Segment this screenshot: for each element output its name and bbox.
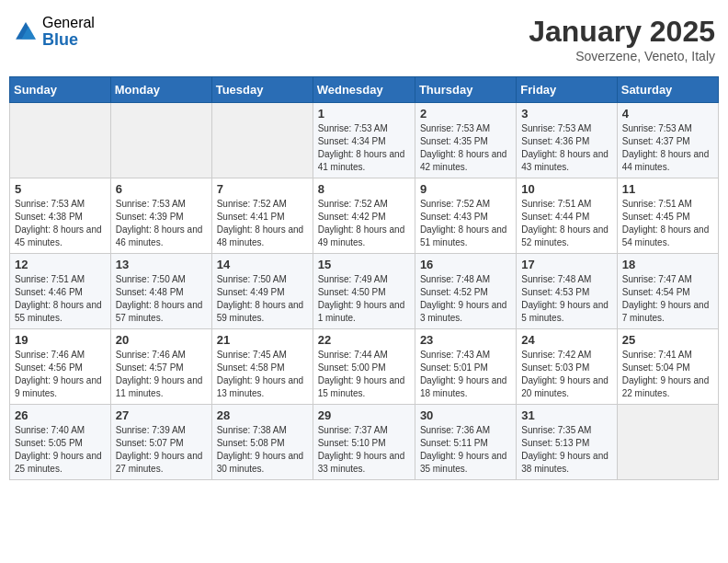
day-info: Sunrise: 7:36 AM Sunset: 5:11 PM Dayligh… <box>420 424 511 476</box>
weekday-header: Monday <box>110 77 211 103</box>
weekday-header: Saturday <box>617 77 718 103</box>
logo-text: General Blue <box>42 15 95 49</box>
day-info: Sunrise: 7:43 AM Sunset: 5:01 PM Dayligh… <box>420 349 511 400</box>
day-info: Sunrise: 7:53 AM Sunset: 4:38 PM Dayligh… <box>15 198 106 249</box>
day-info: Sunrise: 7:48 AM Sunset: 4:53 PM Dayligh… <box>521 273 611 325</box>
day-info: Sunrise: 7:53 AM Sunset: 4:39 PM Dayligh… <box>116 198 207 249</box>
day-number: 10 <box>521 182 611 196</box>
calendar-week-row: 12Sunrise: 7:51 AM Sunset: 4:46 PM Dayli… <box>10 254 719 329</box>
logo: General Blue <box>13 15 95 49</box>
day-number: 13 <box>116 258 207 271</box>
day-info: Sunrise: 7:45 AM Sunset: 4:58 PM Dayligh… <box>217 349 308 400</box>
day-number: 31 <box>521 408 611 422</box>
day-info: Sunrise: 7:53 AM Sunset: 4:37 PM Dayligh… <box>622 122 713 174</box>
calendar-cell: 21Sunrise: 7:45 AM Sunset: 4:58 PM Dayli… <box>211 329 313 405</box>
calendar-cell: 20Sunrise: 7:46 AM Sunset: 4:57 PM Dayli… <box>110 329 211 405</box>
calendar-cell: 24Sunrise: 7:42 AM Sunset: 5:03 PM Dayli… <box>517 329 617 405</box>
day-info: Sunrise: 7:47 AM Sunset: 4:54 PM Dayligh… <box>622 273 713 325</box>
title-section: January 2025 Soverzene, Veneto, Italy <box>529 15 715 63</box>
day-number: 25 <box>622 333 713 347</box>
calendar-cell: 29Sunrise: 7:37 AM Sunset: 5:10 PM Dayli… <box>313 405 415 480</box>
calendar-cell: 9Sunrise: 7:52 AM Sunset: 4:43 PM Daylig… <box>415 178 516 254</box>
logo-icon <box>13 19 39 45</box>
day-number: 28 <box>217 408 308 422</box>
day-number: 26 <box>15 408 106 422</box>
calendar-cell: 12Sunrise: 7:51 AM Sunset: 4:46 PM Dayli… <box>10 254 111 329</box>
calendar-cell: 11Sunrise: 7:51 AM Sunset: 4:45 PM Dayli… <box>617 178 718 254</box>
calendar-cell <box>211 103 313 178</box>
weekday-header: Tuesday <box>211 77 313 103</box>
day-number: 9 <box>420 182 511 196</box>
calendar-week-row: 19Sunrise: 7:46 AM Sunset: 4:56 PM Dayli… <box>10 329 719 405</box>
calendar-week-row: 5Sunrise: 7:53 AM Sunset: 4:38 PM Daylig… <box>10 178 719 254</box>
calendar-cell: 18Sunrise: 7:47 AM Sunset: 4:54 PM Dayli… <box>617 254 718 329</box>
day-number: 12 <box>15 258 106 271</box>
calendar-cell: 30Sunrise: 7:36 AM Sunset: 5:11 PM Dayli… <box>415 405 516 480</box>
day-number: 24 <box>521 333 611 347</box>
month-title: January 2025 <box>529 15 715 49</box>
day-number: 18 <box>622 258 713 271</box>
calendar-cell: 10Sunrise: 7:51 AM Sunset: 4:44 PM Dayli… <box>517 178 617 254</box>
day-number: 22 <box>318 333 410 347</box>
calendar-cell: 5Sunrise: 7:53 AM Sunset: 4:38 PM Daylig… <box>10 178 111 254</box>
day-number: 19 <box>15 333 106 347</box>
day-info: Sunrise: 7:52 AM Sunset: 4:43 PM Dayligh… <box>420 198 511 249</box>
day-info: Sunrise: 7:35 AM Sunset: 5:13 PM Dayligh… <box>521 424 611 476</box>
day-info: Sunrise: 7:48 AM Sunset: 4:52 PM Dayligh… <box>420 273 511 325</box>
day-number: 6 <box>116 182 207 196</box>
day-info: Sunrise: 7:37 AM Sunset: 5:10 PM Dayligh… <box>318 424 410 476</box>
calendar-cell: 13Sunrise: 7:50 AM Sunset: 4:48 PM Dayli… <box>110 254 211 329</box>
day-info: Sunrise: 7:51 AM Sunset: 4:44 PM Dayligh… <box>521 198 611 249</box>
calendar-cell: 28Sunrise: 7:38 AM Sunset: 5:08 PM Dayli… <box>211 405 313 480</box>
day-number: 5 <box>15 182 106 196</box>
weekday-header: Thursday <box>415 77 516 103</box>
calendar-cell: 23Sunrise: 7:43 AM Sunset: 5:01 PM Dayli… <box>415 329 516 405</box>
day-info: Sunrise: 7:44 AM Sunset: 5:00 PM Dayligh… <box>318 349 410 400</box>
day-number: 2 <box>420 107 511 121</box>
day-number: 3 <box>521 107 611 121</box>
calendar-cell: 15Sunrise: 7:49 AM Sunset: 4:50 PM Dayli… <box>313 254 415 329</box>
day-number: 11 <box>622 182 713 196</box>
logo-general: General <box>42 15 95 31</box>
calendar-week-row: 1Sunrise: 7:53 AM Sunset: 4:34 PM Daylig… <box>10 103 719 178</box>
weekday-header: Sunday <box>10 77 111 103</box>
calendar-cell: 6Sunrise: 7:53 AM Sunset: 4:39 PM Daylig… <box>110 178 211 254</box>
day-number: 14 <box>217 258 308 271</box>
location: Soverzene, Veneto, Italy <box>529 49 715 63</box>
day-number: 29 <box>318 408 410 422</box>
calendar-cell: 4Sunrise: 7:53 AM Sunset: 4:37 PM Daylig… <box>617 103 718 178</box>
day-number: 20 <box>116 333 207 347</box>
day-number: 4 <box>622 107 713 121</box>
day-info: Sunrise: 7:52 AM Sunset: 4:41 PM Dayligh… <box>217 198 308 249</box>
calendar-cell: 1Sunrise: 7:53 AM Sunset: 4:34 PM Daylig… <box>313 103 415 178</box>
calendar-cell: 27Sunrise: 7:39 AM Sunset: 5:07 PM Dayli… <box>110 405 211 480</box>
day-number: 21 <box>217 333 308 347</box>
calendar-header: SundayMondayTuesdayWednesdayThursdayFrid… <box>10 77 719 103</box>
day-number: 17 <box>521 258 611 271</box>
day-number: 27 <box>116 408 207 422</box>
day-info: Sunrise: 7:50 AM Sunset: 4:48 PM Dayligh… <box>116 273 207 325</box>
calendar-cell: 8Sunrise: 7:52 AM Sunset: 4:42 PM Daylig… <box>313 178 415 254</box>
day-number: 16 <box>420 258 511 271</box>
weekday-row: SundayMondayTuesdayWednesdayThursdayFrid… <box>10 77 719 103</box>
calendar-cell: 31Sunrise: 7:35 AM Sunset: 5:13 PM Dayli… <box>517 405 617 480</box>
calendar-cell: 17Sunrise: 7:48 AM Sunset: 4:53 PM Dayli… <box>517 254 617 329</box>
day-number: 8 <box>318 182 410 196</box>
logo-blue: Blue <box>42 31 95 50</box>
day-info: Sunrise: 7:53 AM Sunset: 4:35 PM Dayligh… <box>420 122 511 174</box>
day-info: Sunrise: 7:52 AM Sunset: 4:42 PM Dayligh… <box>318 198 410 249</box>
day-info: Sunrise: 7:42 AM Sunset: 5:03 PM Dayligh… <box>521 349 611 400</box>
day-info: Sunrise: 7:53 AM Sunset: 4:34 PM Dayligh… <box>318 122 410 174</box>
calendar-week-row: 26Sunrise: 7:40 AM Sunset: 5:05 PM Dayli… <box>10 405 719 480</box>
day-number: 7 <box>217 182 308 196</box>
calendar-cell: 16Sunrise: 7:48 AM Sunset: 4:52 PM Dayli… <box>415 254 516 329</box>
day-info: Sunrise: 7:40 AM Sunset: 5:05 PM Dayligh… <box>15 424 106 476</box>
day-number: 30 <box>420 408 511 422</box>
calendar-cell <box>110 103 211 178</box>
day-number: 23 <box>420 333 511 347</box>
calendar-cell: 19Sunrise: 7:46 AM Sunset: 4:56 PM Dayli… <box>10 329 111 405</box>
day-info: Sunrise: 7:51 AM Sunset: 4:46 PM Dayligh… <box>15 273 106 325</box>
day-info: Sunrise: 7:46 AM Sunset: 4:56 PM Dayligh… <box>15 349 106 400</box>
day-info: Sunrise: 7:41 AM Sunset: 5:04 PM Dayligh… <box>622 349 713 400</box>
page-header: General Blue January 2025 Soverzene, Ven… <box>9 9 719 69</box>
